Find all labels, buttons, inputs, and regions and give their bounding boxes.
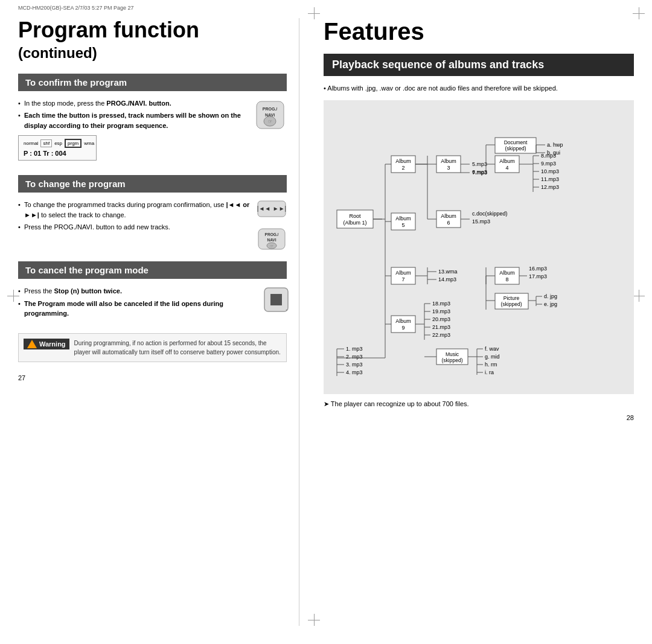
prog-navi-small-icon: PROG./ NAVI ☞ bbox=[257, 228, 287, 252]
svg-text:4: 4 bbox=[505, 165, 508, 171]
svg-text:Album: Album bbox=[441, 213, 456, 219]
display-track: P : 01 Tr : 004 bbox=[24, 150, 91, 157]
svg-text:1. mp3: 1. mp3 bbox=[346, 346, 363, 352]
svg-text:d. jpg: d. jpg bbox=[544, 293, 557, 299]
svg-text:(Album 1): (Album 1) bbox=[343, 220, 366, 226]
page-subtitle: (continued) bbox=[18, 45, 287, 62]
svg-text:.: . bbox=[286, 305, 287, 311]
tree-diagram-container: Root (Album 1) Album 2 Album 3 bbox=[324, 100, 634, 394]
svg-text:NAVI: NAVI bbox=[267, 238, 276, 242]
svg-text:4. mp3: 4. mp3 bbox=[346, 369, 363, 375]
warning-box: Warning During programming, if no action… bbox=[18, 333, 287, 362]
svg-text:Music: Music bbox=[446, 351, 459, 357]
section-confirm-header: To confirm the program bbox=[18, 74, 287, 91]
prog-button-icon: PROG./ NAVI ☞ bbox=[254, 98, 287, 132]
playback-heading: Playback sequence of albums and tracks bbox=[332, 59, 544, 71]
cancel-text: Press the Stop (n) button twice. The Pro… bbox=[18, 286, 257, 321]
features-title: Features bbox=[324, 18, 634, 45]
confirm-bullet-1: In the stop mode, press the PROG./NAVI. … bbox=[18, 98, 248, 109]
svg-text:f. wav: f. wav bbox=[485, 346, 499, 352]
svg-text:Album: Album bbox=[395, 158, 411, 164]
svg-text:2: 2 bbox=[401, 165, 404, 171]
svg-text:i. ra: i. ra bbox=[485, 369, 494, 375]
display-box: normal shf esp prgm wma P : 01 Tr : 004 bbox=[18, 135, 97, 161]
header-text: MCD-HM200(GB)-SEA 2/7/03 5:27 PM Page 27 bbox=[18, 5, 134, 11]
svg-text:Album: Album bbox=[499, 158, 515, 164]
svg-text:5.mp3: 5.mp3 bbox=[472, 161, 487, 167]
svg-text:6: 6 bbox=[447, 220, 450, 226]
info-text: • Albums with .jpg, .wav or .doc are not… bbox=[324, 84, 634, 92]
warning-label: Warning bbox=[24, 339, 69, 349]
svg-text:3: 3 bbox=[447, 165, 450, 171]
svg-text:2. mp3: 2. mp3 bbox=[346, 354, 363, 360]
svg-text:15.mp3: 15.mp3 bbox=[472, 218, 490, 225]
svg-text:21.mp3: 21.mp3 bbox=[432, 324, 450, 330]
change-section: To change the programmed tracks during p… bbox=[18, 200, 287, 252]
svg-text:18.mp3: 18.mp3 bbox=[432, 301, 450, 307]
stop-button-icon: . bbox=[263, 286, 287, 310]
mode-shf: shf bbox=[40, 139, 52, 147]
svg-text:c.doc(skipped): c.doc(skipped) bbox=[472, 211, 508, 217]
right-page-number: 28 bbox=[324, 414, 634, 421]
confirm-text: In the stop mode, press the PROG./NAVI. … bbox=[18, 98, 248, 166]
crosshair-bottom bbox=[308, 614, 320, 626]
svg-text:20.mp3: 20.mp3 bbox=[432, 316, 450, 322]
svg-text:PROG./: PROG./ bbox=[265, 232, 279, 237]
tree-diagram-svg: Root (Album 1) Album 2 Album 3 bbox=[331, 107, 627, 385]
cancel-bullet-1: Press the Stop (n) button twice. bbox=[18, 286, 257, 296]
mode-esp: esp bbox=[54, 141, 62, 146]
confirm-section: In the stop mode, press the PROG./NAVI. … bbox=[18, 98, 287, 166]
skip-button-icon: |◄◄ ►►| bbox=[257, 200, 287, 224]
left-page-number: 27 bbox=[18, 374, 287, 381]
svg-text:Album: Album bbox=[395, 318, 411, 324]
warning-text-label: Warning bbox=[39, 340, 66, 348]
svg-rect-14 bbox=[270, 294, 282, 305]
svg-text:5: 5 bbox=[401, 222, 404, 228]
display-modes: normal shf esp prgm wma bbox=[24, 139, 91, 148]
svg-text:a. hwp: a. hwp bbox=[547, 142, 563, 148]
section-change-header: To change the program bbox=[18, 175, 287, 193]
svg-text:17.mp3: 17.mp3 bbox=[529, 273, 547, 279]
footnote: The player can recognize up to about 700… bbox=[324, 400, 634, 408]
svg-text:(skipped): (skipped) bbox=[505, 145, 526, 151]
svg-text:11.mp3: 11.mp3 bbox=[541, 176, 559, 182]
mode-normal: normal bbox=[24, 141, 38, 146]
left-page: Program function (continued) To confirm … bbox=[18, 18, 299, 626]
svg-text:Album: Album bbox=[395, 270, 411, 276]
svg-text:9.mp3: 9.mp3 bbox=[541, 161, 556, 167]
svg-text:e. jpg: e. jpg bbox=[544, 301, 557, 307]
svg-text:14.mp3: 14.mp3 bbox=[438, 276, 456, 282]
svg-text:7.mp3: 7.mp3 bbox=[472, 170, 487, 176]
svg-text:g. mid: g. mid bbox=[485, 354, 500, 360]
svg-text:Album: Album bbox=[499, 270, 515, 276]
svg-text:22.mp3: 22.mp3 bbox=[432, 332, 450, 338]
change-text: To change the programmed tracks during p… bbox=[18, 200, 251, 235]
crosshair-top bbox=[308, 7, 320, 19]
page-title: Program function bbox=[18, 18, 287, 42]
svg-text:Album: Album bbox=[395, 215, 411, 222]
svg-text:h. rm: h. rm bbox=[485, 362, 497, 368]
confirm-heading: To confirm the program bbox=[25, 77, 127, 88]
change-bullet-2: Press the PROG./NAVI. button to add new … bbox=[18, 222, 251, 232]
svg-text:PROG./: PROG./ bbox=[263, 107, 278, 111]
svg-text:13.wma: 13.wma bbox=[438, 269, 458, 275]
svg-text:12.mp3: 12.mp3 bbox=[541, 184, 559, 190]
crosshair-left-mid bbox=[7, 290, 19, 302]
features-section-header: Playback sequence of albums and tracks bbox=[324, 54, 634, 76]
svg-text:b. gui: b. gui bbox=[547, 150, 560, 156]
svg-text:8: 8 bbox=[505, 276, 508, 282]
cancel-bullet-2: The Program mode will also be canceled i… bbox=[18, 299, 257, 319]
svg-text:Root: Root bbox=[349, 213, 361, 219]
cancel-heading: To cancel the program mode bbox=[25, 265, 149, 275]
svg-text:(skipped): (skipped) bbox=[442, 357, 463, 363]
change-heading: To change the program bbox=[25, 179, 126, 189]
svg-text:10.mp3: 10.mp3 bbox=[541, 168, 559, 174]
mode-wma: wma bbox=[84, 141, 94, 146]
svg-text:|◄◄: |◄◄ bbox=[257, 205, 270, 212]
warning-triangle-icon bbox=[27, 340, 37, 348]
crosshair-right-top bbox=[633, 7, 645, 19]
svg-text:Picture: Picture bbox=[503, 295, 520, 301]
svg-text:(skipped): (skipped) bbox=[501, 301, 522, 307]
svg-text:►►|: ►►| bbox=[273, 205, 286, 212]
svg-text:16.mp3: 16.mp3 bbox=[529, 266, 547, 272]
